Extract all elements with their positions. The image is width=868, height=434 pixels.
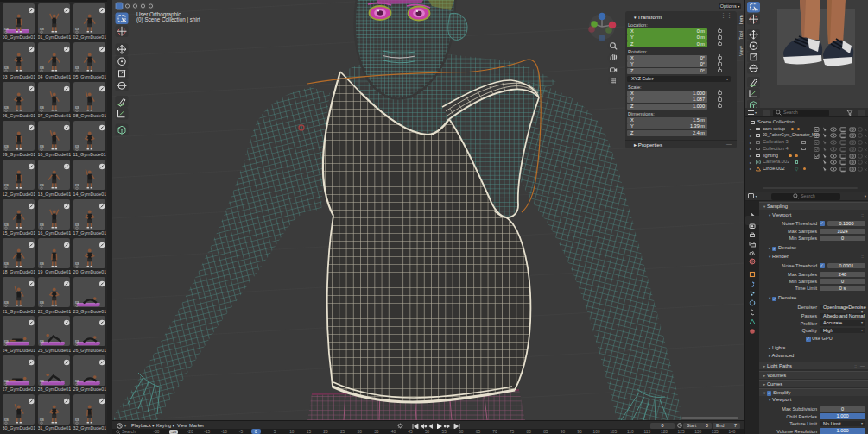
- svg-text:82B: 82B: [75, 106, 79, 110]
- svg-text:82B: 82B: [75, 262, 79, 266]
- svg-text:82B: 82B: [4, 223, 9, 227]
- svg-text:82B: 82B: [75, 418, 79, 422]
- svg-text:82B: 82B: [40, 380, 44, 383]
- svg-text:82B: 82B: [40, 223, 44, 227]
- svg-text:82B: 82B: [4, 184, 9, 187]
- svg-text:82B: 82B: [4, 301, 9, 305]
- svg-text:82B: 82B: [4, 340, 9, 343]
- svg-text:82B: 82B: [40, 28, 44, 31]
- svg-text:82B: 82B: [40, 184, 44, 187]
- svg-text:82B: 82B: [4, 66, 9, 70]
- svg-text:82B: 82B: [75, 184, 79, 187]
- svg-text:82B: 82B: [4, 380, 9, 383]
- svg-text:82B: 82B: [75, 223, 79, 227]
- svg-text:82B: 82B: [40, 418, 44, 422]
- svg-text:82B: 82B: [4, 145, 9, 148]
- svg-text:82B: 82B: [4, 28, 9, 31]
- svg-text:82B: 82B: [75, 301, 79, 305]
- svg-text:82B: 82B: [75, 340, 79, 343]
- svg-text:82B: 82B: [75, 380, 79, 383]
- svg-text:82B: 82B: [40, 106, 44, 110]
- svg-text:82B: 82B: [75, 66, 79, 70]
- svg-text:82B: 82B: [4, 262, 9, 266]
- svg-text:82B: 82B: [75, 28, 79, 31]
- svg-text:82B: 82B: [40, 145, 44, 148]
- svg-text:82B: 82B: [75, 145, 79, 148]
- svg-text:82B: 82B: [40, 66, 44, 70]
- svg-text:82B: 82B: [4, 418, 9, 422]
- svg-text:82B: 82B: [4, 106, 9, 110]
- svg-text:82B: 82B: [40, 262, 44, 266]
- svg-text:82B: 82B: [40, 301, 44, 305]
- svg-text:82B: 82B: [40, 340, 44, 343]
